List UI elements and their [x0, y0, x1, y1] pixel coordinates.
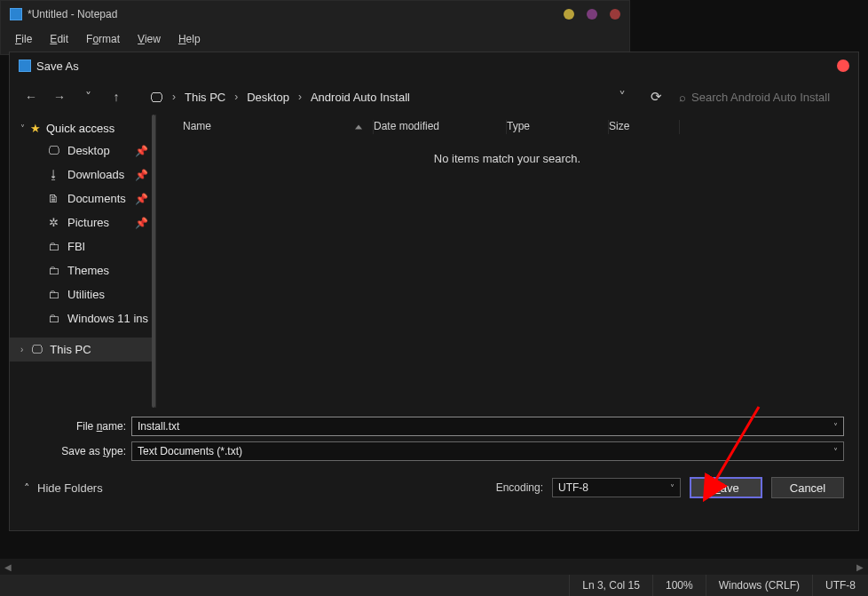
notepad-titlebar[interactable]: *Untitled - Notepad — [1, 1, 629, 28]
chevron-right-icon: › — [170, 91, 178, 103]
chevron-right-icon: › — [20, 345, 23, 354]
sidebar-item-windows11[interactable]: 🗀 Windows 11 ins — [10, 306, 155, 330]
column-size[interactable]: Size — [609, 120, 680, 134]
save-as-type-value: Text Documents (*.txt) — [138, 445, 242, 457]
documents-icon: 🗎 — [47, 192, 59, 205]
sidebar-quick-access[interactable]: ˅ ★ Quick access — [10, 118, 155, 139]
hide-folders-label: Hide Folders — [37, 481, 103, 495]
save-as-type-label: Save as type: — [24, 445, 126, 457]
sidebar-item-label: Windows 11 ins — [67, 312, 148, 325]
nav-back-button[interactable]: ← — [19, 84, 43, 109]
crumb-desktop[interactable]: Desktop — [245, 89, 291, 106]
nav-forward-button[interactable]: → — [47, 84, 72, 109]
crumb-this-pc[interactable]: This PC — [183, 89, 227, 106]
dialog-app-icon — [19, 60, 31, 72]
pin-icon: 📌 — [135, 169, 148, 181]
status-zoom: 100% — [652, 575, 706, 596]
empty-message: No items match your search. — [156, 139, 858, 165]
sidebar: ˅ ★ Quick access 🖵 Desktop 📌 ⭳ Downloads… — [10, 115, 156, 408]
folder-icon: 🗀 — [47, 240, 59, 253]
sidebar-scrollbar[interactable] — [152, 115, 155, 408]
column-name[interactable]: Name — [156, 120, 374, 134]
refresh-button[interactable]: ⟳ — [643, 89, 668, 105]
desktop-icon: 🖵 — [47, 144, 59, 157]
save-as-type-select[interactable]: Text Documents (*.txt) ˅ — [131, 441, 844, 461]
pin-icon: 📌 — [135, 193, 148, 205]
notepad-title-text: *Untitled - Notepad — [28, 8, 117, 20]
chevron-right-icon: › — [296, 91, 304, 103]
cancel-button[interactable]: Cancel — [771, 477, 844, 498]
sidebar-item-themes[interactable]: 🗀 Themes — [10, 258, 155, 282]
horizontal-scrollbar[interactable]: ◀ ▶ — [0, 559, 868, 575]
bottom-bar: ˄ Hide Folders Encoding: UTF-8 ˅ Save Ca… — [10, 465, 858, 511]
save-button[interactable]: Save — [690, 477, 762, 498]
breadcrumb-root-icon[interactable]: 🖵 — [150, 90, 163, 105]
file-name-label: File name: — [24, 420, 126, 433]
search-box[interactable]: ⌕ — [672, 84, 849, 109]
menu-format[interactable]: Format — [79, 31, 127, 47]
quick-access-label: Quick access — [46, 122, 114, 135]
nav-row: ← → ˅ ↑ 🖵 › This PC › Desktop › Android … — [10, 79, 858, 115]
scroll-left-icon[interactable]: ◀ — [2, 562, 14, 572]
sidebar-item-pictures[interactable]: ✲ Pictures 📌 — [10, 211, 155, 234]
breadcrumb[interactable]: 🖵 › This PC › Desktop › Android Auto Ins… — [150, 89, 606, 106]
nav-recent-button[interactable]: ˅ — [75, 84, 100, 109]
save-as-dialog: Save As ← → ˅ ↑ 🖵 › This PC › Desktop › … — [9, 52, 859, 531]
hide-folders-button[interactable]: ˄ Hide Folders — [24, 481, 103, 495]
chevron-down-icon: ˅ — [20, 123, 25, 133]
folder-icon: 🗀 — [47, 312, 59, 325]
dialog-titlebar[interactable]: Save As — [10, 52, 858, 79]
menu-view[interactable]: View — [130, 31, 168, 47]
sidebar-item-downloads[interactable]: ⭳ Downloads 📌 — [10, 163, 155, 187]
chevron-down-icon[interactable]: ˅ — [828, 447, 838, 457]
column-type[interactable]: Type — [507, 120, 609, 134]
file-list: Name Date modified Type Size No items ma… — [156, 115, 858, 408]
sidebar-item-label: Pictures — [67, 216, 109, 229]
downloads-icon: ⭳ — [47, 168, 59, 181]
nav-up-button[interactable]: ↑ — [104, 84, 129, 109]
file-name-field[interactable] — [138, 420, 828, 433]
pin-icon: 📌 — [135, 145, 148, 157]
statusbar: Ln 3, Col 15 100% Windows (CRLF) UTF-8 — [0, 575, 868, 596]
sidebar-item-desktop[interactable]: 🖵 Desktop 📌 — [10, 139, 155, 163]
menu-file[interactable]: File — [8, 31, 39, 47]
search-icon: ⌕ — [679, 91, 686, 104]
sidebar-item-label: FBI — [67, 240, 85, 253]
close-button[interactable] — [610, 9, 620, 20]
search-input[interactable] — [691, 91, 842, 104]
sidebar-item-label: Desktop — [67, 144, 110, 157]
dialog-close-button[interactable] — [837, 60, 849, 72]
sidebar-item-utilities[interactable]: 🗀 Utilities — [10, 282, 155, 306]
column-headers[interactable]: Name Date modified Type Size — [156, 115, 858, 139]
sidebar-item-this-pc[interactable]: › 🖵 This PC — [10, 338, 155, 362]
menu-help[interactable]: Help — [171, 31, 208, 47]
breadcrumb-dropdown[interactable]: ˅ — [610, 89, 635, 106]
chevron-down-icon[interactable]: ˅ — [828, 422, 838, 432]
bottom-fields: File name: ˅ Save as type: Text Document… — [10, 408, 858, 465]
status-line-ending: Windows (CRLF) — [706, 575, 812, 596]
save-button-label: ave — [721, 481, 739, 495]
maximize-button[interactable] — [587, 9, 597, 20]
menu-edit[interactable]: Edit — [43, 31, 75, 47]
file-name-input[interactable]: ˅ — [131, 417, 844, 436]
crumb-current-folder[interactable]: Android Auto Install — [309, 89, 412, 106]
column-date[interactable]: Date modified — [374, 120, 507, 134]
sidebar-item-fbi[interactable]: 🗀 FBI — [10, 234, 155, 258]
status-encoding: UTF-8 — [812, 575, 868, 596]
dialog-title-text: Save As — [36, 60, 79, 73]
chevron-right-icon: › — [233, 91, 240, 103]
sidebar-item-label: Utilities — [67, 288, 105, 301]
sidebar-item-documents[interactable]: 🗎 Documents 📌 — [10, 187, 155, 211]
notepad-menubar: File Edit Format View Help — [1, 28, 629, 51]
this-pc-label: This PC — [50, 343, 91, 356]
this-pc-icon: 🖵 — [30, 343, 43, 356]
scroll-right-icon[interactable]: ▶ — [854, 562, 866, 572]
encoding-select[interactable]: UTF-8 ˅ — [552, 478, 681, 497]
notepad-window: *Untitled - Notepad File Edit Format Vie… — [0, 0, 630, 55]
minimize-button[interactable] — [564, 9, 574, 20]
chevron-down-icon[interactable]: ˅ — [665, 483, 675, 493]
status-cursor: Ln 3, Col 15 — [569, 575, 652, 596]
chevron-up-icon: ˄ — [24, 481, 30, 495]
folder-icon: 🗀 — [47, 288, 59, 301]
sidebar-item-label: Downloads — [67, 168, 124, 181]
